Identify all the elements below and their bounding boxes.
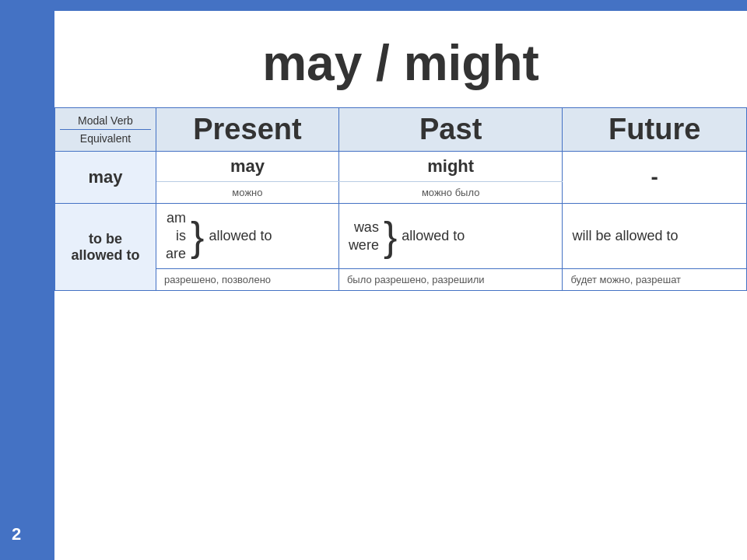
present-am: am bbox=[167, 210, 186, 226]
header-past: Past bbox=[338, 108, 563, 152]
header-label-cell: Modal Verb Equivalent bbox=[55, 108, 156, 152]
past-were: were bbox=[349, 237, 379, 254]
may-present-ru: можно bbox=[156, 182, 339, 204]
equivalent-label: Equivalent bbox=[60, 132, 151, 145]
present-is: is bbox=[176, 228, 186, 244]
table-wrapper: Modal Verb Equivalent Present Past Futur… bbox=[54, 107, 747, 560]
past-brace-words: was were bbox=[349, 219, 379, 254]
present-are: are bbox=[166, 246, 186, 262]
may-label: may bbox=[55, 152, 156, 204]
header-future: Future bbox=[563, 108, 747, 152]
tobe-future-en: will be allowed to bbox=[563, 204, 747, 269]
past-brace-symbol: } bbox=[384, 216, 397, 257]
tobe-row-english: to be allowed to am is are } allowed bbox=[55, 204, 747, 269]
present-brace-group: am is are } allowed to bbox=[166, 210, 329, 262]
blue-accent-bar bbox=[54, 0, 747, 11]
tobe-past-ru: было разрешено, разрешили bbox=[338, 269, 563, 291]
tobe-past-en: was were } allowed to bbox=[338, 204, 563, 269]
tobe-row-russian: разрешено, позволено было разрешено, раз… bbox=[55, 269, 747, 291]
tobe-present-ru: разрешено, позволено bbox=[156, 269, 339, 291]
header-present: Present bbox=[156, 108, 339, 152]
tobe-label: to be allowed to bbox=[55, 204, 156, 291]
tobe-present-en: am is are } allowed to bbox=[156, 204, 339, 269]
past-brace-group: was were } allowed to bbox=[349, 216, 553, 257]
page-number: 2 bbox=[12, 524, 21, 544]
tobe-future-ru: будет можно, разрешат bbox=[563, 269, 747, 291]
may-present-en: may bbox=[156, 152, 339, 182]
present-allowed: allowed to bbox=[209, 228, 272, 244]
past-allowed: allowed to bbox=[402, 228, 465, 244]
may-past-en: might bbox=[338, 152, 563, 182]
slide: may / might Modal Verb Equivalent Presen… bbox=[0, 0, 747, 560]
past-was: was bbox=[354, 219, 379, 236]
may-future: - bbox=[563, 152, 747, 204]
header-row: Modal Verb Equivalent Present Past Futur… bbox=[55, 108, 747, 152]
present-brace-symbol: } bbox=[191, 216, 204, 257]
modal-verb-label: Modal Verb bbox=[60, 114, 151, 130]
grammar-table: Modal Verb Equivalent Present Past Futur… bbox=[54, 107, 747, 291]
slide-title: may / might bbox=[0, 34, 747, 92]
may-past-ru: можно было bbox=[338, 182, 563, 204]
present-brace-words: am is are bbox=[166, 210, 186, 262]
may-row-english: may may might - bbox=[55, 152, 747, 182]
